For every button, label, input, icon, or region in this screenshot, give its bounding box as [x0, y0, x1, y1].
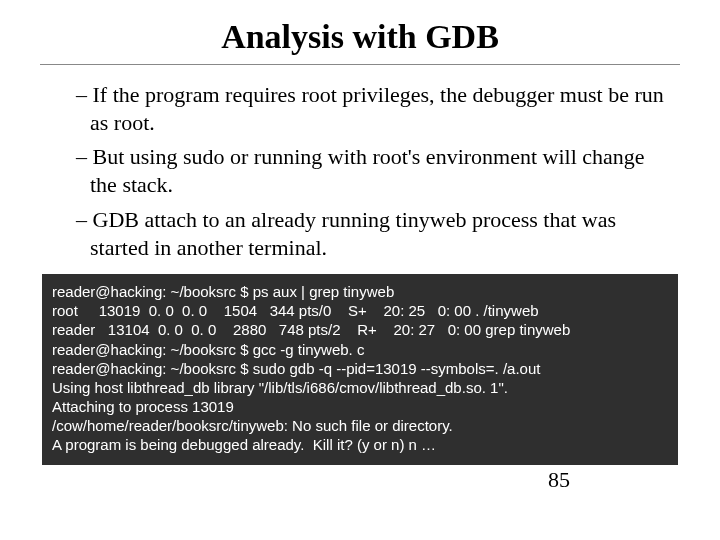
terminal-line: reader 13104 0. 0 0. 0 2880 748 pts/2 R+… — [52, 320, 668, 339]
bullet-text: But using sudo or running with root's en… — [90, 144, 645, 197]
bullet-item: – GDB attach to an already running tinyw… — [76, 206, 670, 262]
terminal-line: Attaching to process 13019 — [52, 397, 668, 416]
dash-icon: – — [76, 82, 93, 107]
title-underline — [40, 64, 680, 65]
bullet-text: GDB attach to an already running tinyweb… — [90, 207, 616, 260]
page-title: Analysis with GDB — [40, 18, 680, 56]
terminal-line: reader@hacking: ~/booksrc $ ps aux | gre… — [52, 282, 668, 301]
dash-icon: – — [76, 144, 93, 169]
dash-icon: – — [76, 207, 93, 232]
terminal-line: root 13019 0. 0 0. 0 1504 344 pts/0 S+ 2… — [52, 301, 668, 320]
slide: Analysis with GDB – If the program requi… — [0, 0, 720, 540]
terminal-line: /cow/home/reader/booksrc/tinyweb: No suc… — [52, 416, 668, 435]
terminal-line: reader@hacking: ~/booksrc $ gcc -g tinyw… — [52, 340, 668, 359]
bullet-list: – If the program requires root privilege… — [76, 81, 670, 262]
terminal-block: reader@hacking: ~/booksrc $ ps aux | gre… — [42, 274, 678, 465]
bullet-item: – If the program requires root privilege… — [76, 81, 670, 137]
bullet-item: – But using sudo or running with root's … — [76, 143, 670, 199]
bullet-text: If the program requires root privileges,… — [90, 82, 664, 135]
page-number: 85 — [40, 467, 680, 493]
terminal-line: A program is being debugged already. Kil… — [52, 435, 668, 454]
terminal-line: Using host libthread_db library "/lib/tl… — [52, 378, 668, 397]
terminal-line: reader@hacking: ~/booksrc $ sudo gdb -q … — [52, 359, 668, 378]
